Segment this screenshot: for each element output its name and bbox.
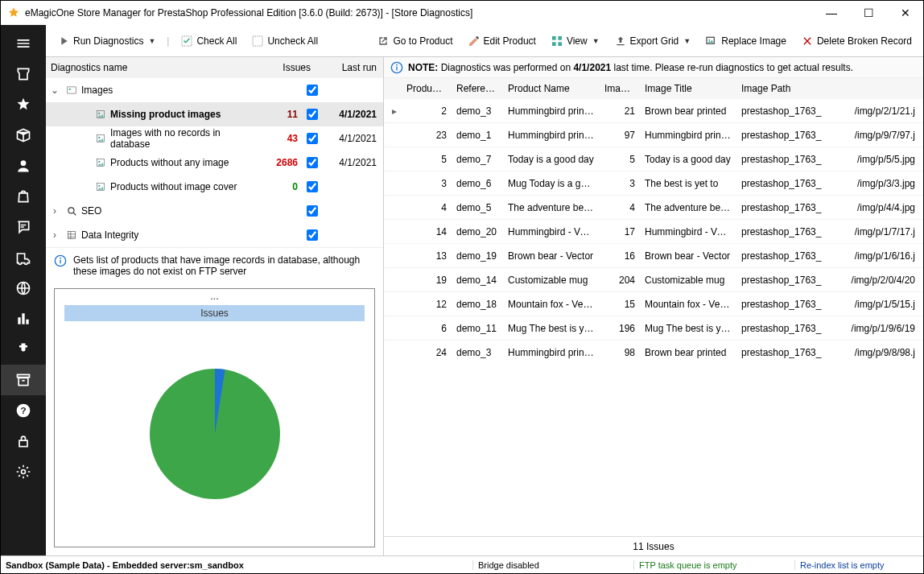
cell-reference: demo_20 — [452, 226, 503, 237]
col-last-run[interactable]: Last run — [319, 62, 383, 73]
diag-checkbox[interactable] — [298, 181, 327, 192]
diag-row[interactable]: ⌄Images — [46, 78, 383, 102]
svg-point-17 — [98, 113, 100, 114]
diag-row[interactable]: ›Data Integrity — [46, 223, 383, 247]
dropdown-icon: ▼ — [146, 37, 155, 45]
go-to-product-label: Go to Product — [393, 35, 452, 47]
window-close-button[interactable]: ✕ — [894, 6, 917, 19]
table-row[interactable]: 5demo_7Today is a good day5Today is a go… — [384, 147, 923, 171]
nav-star[interactable] — [1, 89, 46, 120]
nav-globe[interactable] — [1, 273, 46, 304]
cell-product-id: 6 — [402, 323, 452, 334]
table-row[interactable]: 14demo_20Hummingbird - Vector17Hummingbi… — [384, 220, 923, 244]
nav-user[interactable] — [1, 151, 46, 181]
grid-header-row: Product ID Reference Product Name Image … — [384, 78, 923, 99]
table-row[interactable]: 24demo_3Hummingbird printed98Brown bear … — [384, 341, 923, 365]
status-queue: FTP task queue is empty — [633, 560, 794, 570]
table-row[interactable]: 6demo_11Mug The best is yet to196Mug The… — [384, 316, 923, 341]
cell-image-path: prestashop_1763_ — [736, 323, 833, 334]
diag-row[interactable]: Images with no records in database434/1/… — [46, 126, 383, 151]
table-row[interactable]: 13demo_19Brown bear - Vector16Brown bear… — [384, 244, 923, 268]
col-diag-name[interactable]: Diagnostics name — [51, 62, 262, 73]
diag-checkbox[interactable] — [298, 133, 327, 144]
replace-image-button[interactable]: Replace Image — [700, 31, 791, 51]
delete-broken-button[interactable]: Delete Broken Record — [796, 31, 917, 51]
table-row[interactable]: 23demo_1Hummingbird printed97Hummingbird… — [384, 123, 923, 147]
left-nav-bar: ? — [1, 25, 46, 555]
col-image-path[interactable]: Image Path — [736, 83, 833, 94]
nav-bag[interactable] — [1, 181, 46, 212]
diag-checkbox[interactable] — [298, 157, 327, 168]
view-button[interactable]: View ▼ — [546, 31, 604, 51]
tree-toggle[interactable]: › — [46, 205, 64, 217]
check-all-button[interactable]: Check All — [175, 31, 241, 51]
diag-row[interactable]: Products without image cover0 — [46, 175, 383, 199]
nav-gear[interactable] — [1, 456, 46, 487]
svg-point-28 — [60, 258, 61, 259]
svg-point-19 — [98, 137, 100, 138]
table-row[interactable]: ▸2demo_3Hummingbird printed21Brown bear … — [384, 99, 923, 123]
nav-help[interactable]: ? — [1, 395, 46, 426]
nav-chart[interactable] — [1, 304, 46, 334]
diag-checkbox[interactable] — [298, 85, 327, 96]
window-maximize-button[interactable]: ☐ — [857, 6, 880, 19]
nav-plugin[interactable] — [1, 334, 46, 365]
go-to-product-button[interactable]: Go to Product — [372, 31, 457, 51]
cell-image-path: prestashop_1763_ — [736, 275, 833, 286]
nav-store[interactable] — [1, 59, 46, 89]
col-image-id[interactable]: Image ID — [600, 83, 640, 94]
globe-icon — [15, 280, 31, 296]
tree-toggle[interactable]: › — [46, 229, 64, 241]
diag-checkbox[interactable] — [298, 229, 327, 241]
window-minimize-button[interactable]: — — [820, 6, 843, 19]
row-icon — [93, 181, 109, 192]
nav-package[interactable] — [1, 120, 46, 151]
cell-product-id: 19 — [402, 275, 452, 286]
tree-toggle[interactable]: ⌄ — [46, 85, 64, 96]
cell-image-path-rel: /img/p/1/7/17.j — [833, 226, 923, 237]
col-image-title[interactable]: Image Title — [640, 83, 736, 94]
uncheck-all-button[interactable]: Uncheck All — [246, 31, 323, 51]
cell-image-path-rel: /img/p/2/0/4/20 — [833, 275, 923, 286]
edit-product-button[interactable]: Edit Product — [463, 31, 541, 51]
diag-row[interactable]: ›SEO — [46, 199, 383, 223]
toolbar-separator: | — [165, 35, 171, 47]
cell-product-name: Hummingbird printed — [503, 105, 600, 117]
play-icon — [57, 35, 70, 47]
table-row[interactable]: 4demo_5The adventure begins4The adventur… — [384, 196, 923, 220]
diagnostics-panel: Diagnostics name Issues Last run ⌄Images… — [46, 57, 384, 555]
nav-chat[interactable] — [1, 212, 46, 242]
col-product-name[interactable]: Product Name — [503, 83, 600, 94]
nav-menu[interactable] — [1, 28, 46, 59]
info-text: Gets list of products that have image re… — [73, 254, 375, 277]
cell-image-title: Mug The best is yet to — [640, 323, 736, 334]
note-post: last time. Please re-run diagnostics to … — [611, 62, 853, 73]
table-row[interactable]: 3demo_6Mug Today is a good3The best is y… — [384, 171, 923, 196]
nav-truck[interactable] — [1, 242, 46, 273]
diag-row[interactable]: Products without any image26864/1/2021 — [46, 151, 383, 175]
diag-checkbox[interactable] — [298, 205, 327, 217]
grid-footer: 11 Issues — [384, 536, 923, 555]
nav-lock[interactable] — [1, 426, 46, 456]
nav-archive[interactable] — [1, 365, 46, 395]
cell-image-title: The adventure begins — [640, 202, 736, 213]
row-icon — [93, 133, 109, 144]
chart-ellipsis[interactable]: ... — [208, 289, 220, 304]
col-reference[interactable]: Reference — [452, 83, 503, 94]
export-grid-button[interactable]: Export Grid ▼ — [609, 31, 696, 51]
diag-row[interactable]: Missing product images114/1/2021 — [46, 102, 383, 126]
run-diagnostics-button[interactable]: Run Diagnostics ▼ — [52, 31, 160, 51]
go-to-icon — [377, 35, 390, 47]
table-row[interactable]: 12demo_18Mountain fox - Vector15Mountain… — [384, 292, 923, 316]
col-issues[interactable]: Issues — [262, 62, 319, 73]
col-product-id[interactable]: Product ID — [402, 83, 452, 94]
diag-label: Missing product images — [109, 109, 258, 120]
table-row[interactable]: 19demo_14Customizable mug204Customizable… — [384, 268, 923, 292]
results-panel: NOTE: Diagnostics was performed on 4/1/2… — [384, 57, 923, 555]
grid-body[interactable]: ▸2demo_3Hummingbird printed21Brown bear … — [384, 99, 923, 536]
svg-rect-10 — [552, 42, 556, 46]
cell-reference: demo_7 — [452, 154, 503, 165]
diag-checkbox[interactable] — [298, 109, 327, 120]
chat-icon — [15, 219, 31, 235]
uncheck-all-label: Uncheck All — [267, 35, 318, 47]
